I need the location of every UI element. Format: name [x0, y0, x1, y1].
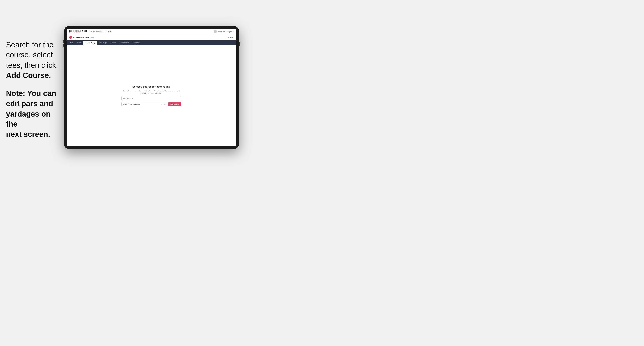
tab-course-setup[interactable]: Course Setup	[84, 40, 97, 45]
tab-leaderboards[interactable]: Leaderboards	[118, 40, 131, 45]
tee-select-value: Gold (M) (M) (7010 yds)	[123, 103, 161, 105]
logo: SCOREBOARD Powered by clippd	[69, 30, 87, 33]
tournament-badge: (Men)	[90, 37, 94, 38]
tee-select-row: Gold (M) (M) (7010 yds) ✕ ⌃⌄ Add Course	[122, 102, 181, 106]
tournament-title-row: C Clippd Invitational (Men)	[69, 36, 94, 39]
tab-printables[interactable]: Printables	[131, 40, 142, 45]
tab-results[interactable]: Results	[109, 40, 118, 45]
panel-title: Select a course for each round	[132, 85, 170, 88]
add-course-button[interactable]: Add Course	[168, 102, 181, 106]
main-content: Select a course for each round Search fo…	[66, 45, 236, 146]
user-name: Test User	[218, 31, 225, 33]
tab-tee-groups[interactable]: Tee Groups	[97, 40, 109, 45]
nav-tournaments[interactable]: TOURNAMENTS	[90, 31, 102, 33]
user-avatar: T	[214, 30, 217, 33]
nav-right: T Test User | Sign out	[214, 30, 234, 33]
logo-text: SCOREBOARD	[69, 30, 87, 32]
course-search-input[interactable]	[122, 96, 181, 100]
cancel-button[interactable]: Cancel ✕	[226, 37, 234, 38]
top-navbar: SCOREBOARD Powered by clippd TOURNAMENTS…	[66, 29, 236, 35]
tab-details[interactable]: Details	[66, 40, 75, 45]
logo-sub: Powered by clippd	[69, 32, 87, 33]
nav-divider: |	[226, 31, 226, 33]
sign-out-link[interactable]: Sign out	[228, 31, 234, 33]
nav-teams[interactable]: TEAMS	[106, 31, 111, 33]
tablet-screen: SCOREBOARD Powered by clippd TOURNAMENTS…	[66, 29, 236, 146]
volume-up-button	[63, 40, 64, 43]
tab-bar: Details Teams Course Setup Tee Groups Re…	[66, 40, 236, 45]
tab-teams[interactable]: Teams	[75, 40, 84, 45]
volume-down-button	[63, 44, 64, 47]
tee-select-controls: ✕ ⌃⌄	[161, 103, 165, 105]
tournament-icon: C	[69, 36, 72, 39]
panel-description: Search for a course and select a tee. Yo…	[122, 90, 181, 95]
tournament-header: C Clippd Invitational (Men) Cancel ✕	[66, 35, 236, 40]
tournament-name: Clippd Invitational	[73, 36, 89, 38]
course-panel: Select a course for each round Search fo…	[122, 85, 181, 106]
nav-left: SCOREBOARD Powered by clippd TOURNAMENTS…	[69, 30, 111, 33]
tablet-frame: SCOREBOARD Powered by clippd TOURNAMENTS…	[64, 26, 239, 149]
power-button	[239, 42, 240, 46]
tee-select-dropdown[interactable]: Gold (M) (M) (7010 yds) ✕ ⌃⌄	[122, 102, 167, 106]
annotation-text: Search for the course, select tees, then…	[6, 40, 62, 148]
